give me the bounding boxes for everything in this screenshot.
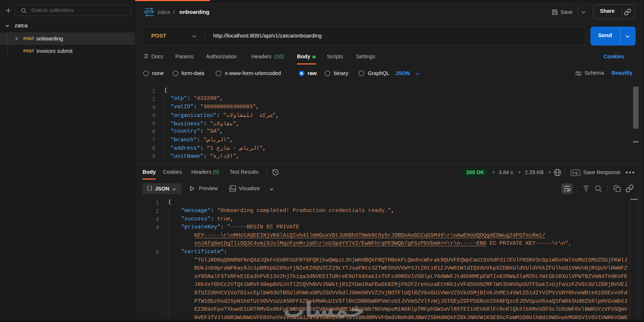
svg-text:HTTP: HTTP bbox=[145, 10, 154, 14]
